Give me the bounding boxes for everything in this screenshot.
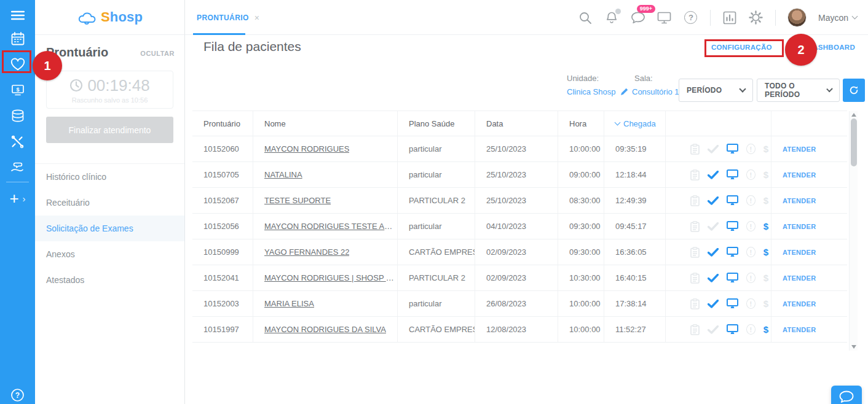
col-header-prontuario[interactable]: Prontuário: [192, 111, 253, 136]
messages-icon[interactable]: 999+: [631, 10, 645, 25]
configuration-link[interactable]: CONFIGURAÇÃO: [711, 44, 772, 51]
refresh-button[interactable]: [843, 79, 865, 102]
edit-pencil-icon[interactable]: [620, 88, 628, 96]
call-screen-icon[interactable]: [727, 221, 738, 231]
tab-prontuario[interactable]: PRONTUÁRIO ×: [193, 0, 263, 35]
confirmed-check-icon[interactable]: [708, 248, 719, 257]
alert-icon[interactable]: !: [746, 221, 756, 231]
attend-button[interactable]: ATENDER: [783, 300, 816, 308]
reports-icon[interactable]: [722, 10, 737, 25]
record-clipboard-icon[interactable]: [690, 144, 700, 155]
user-avatar[interactable]: [787, 8, 807, 27]
alert-icon[interactable]: !: [746, 273, 756, 283]
unit-filter-value[interactable]: Clinica Shosp: [567, 87, 628, 96]
confirmed-check-icon[interactable]: [708, 222, 719, 231]
alert-icon[interactable]: !: [746, 247, 756, 257]
calendar-icon[interactable]: [0, 27, 35, 50]
notifications-icon[interactable]: [604, 10, 619, 25]
payment-dollar-icon[interactable]: $: [763, 221, 768, 231]
call-screen-icon[interactable]: [727, 324, 738, 335]
call-screen-icon[interactable]: [727, 195, 738, 206]
add-button[interactable]: + ›: [0, 187, 35, 210]
alert-icon[interactable]: !: [746, 298, 756, 309]
payment-dollar-icon[interactable]: $: [763, 195, 768, 206]
alert-icon[interactable]: !: [746, 169, 756, 180]
payment-dollar-icon[interactable]: $: [763, 144, 768, 154]
col-header-chegada[interactable]: Chegada: [604, 111, 666, 136]
search-icon[interactable]: [578, 10, 593, 25]
confirmed-check-icon[interactable]: [708, 171, 719, 179]
tools-icon[interactable]: [0, 130, 35, 153]
payment-dollar-icon[interactable]: $: [763, 273, 768, 283]
hand-chat-icon[interactable]: [0, 156, 35, 179]
confirmed-check-icon[interactable]: [708, 196, 719, 205]
tab-close-icon[interactable]: ×: [254, 13, 259, 23]
record-clipboard-icon[interactable]: [690, 195, 700, 206]
period-value-select[interactable]: TODO O PERÍODO: [757, 79, 840, 102]
payment-dollar-icon[interactable]: $: [763, 247, 768, 257]
col-header-plano[interactable]: Plano Saúde: [398, 111, 475, 136]
help-circle-icon[interactable]: ?: [684, 10, 698, 25]
attend-button[interactable]: ATENDER: [783, 197, 816, 204]
alert-icon[interactable]: !: [746, 195, 756, 206]
call-screen-icon[interactable]: [727, 298, 738, 309]
payment-dollar-icon[interactable]: $: [763, 169, 768, 180]
table-scrollbar[interactable]: [849, 111, 858, 351]
col-header-data[interactable]: Data: [475, 111, 558, 136]
attend-button[interactable]: ATENDER: [783, 274, 816, 282]
attend-button[interactable]: ATENDER: [783, 146, 816, 153]
patient-name-link[interactable]: YAGO FERNANDES 22: [264, 247, 349, 257]
payment-dollar-icon[interactable]: $: [763, 324, 768, 335]
user-menu[interactable]: Maycon: [818, 13, 857, 23]
menu-item-1[interactable]: Receituário: [35, 190, 184, 216]
menu-item-0[interactable]: Histórico clínico: [35, 164, 184, 190]
record-clipboard-icon[interactable]: [690, 273, 700, 284]
cashier-icon[interactable]: $: [0, 79, 35, 102]
patient-name-link[interactable]: MAYCON RODRIGUES DA SILVA: [264, 325, 386, 334]
confirmed-check-icon[interactable]: [708, 300, 719, 308]
call-screen-icon[interactable]: [727, 169, 738, 180]
scroll-up-icon[interactable]: [851, 113, 856, 117]
alert-icon[interactable]: !: [746, 324, 756, 335]
attend-button[interactable]: ATENDER: [783, 223, 816, 230]
finish-consultation-button[interactable]: Finalizar atendimento: [46, 117, 173, 143]
patient-name-link[interactable]: MAYCON RODRIGUES TESTE AGUIAS DA ...: [264, 222, 395, 231]
settings-gear-icon[interactable]: [749, 10, 763, 25]
call-screen-icon[interactable]: [727, 247, 738, 257]
attend-button[interactable]: ATENDER: [783, 249, 816, 256]
payment-dollar-icon[interactable]: $: [763, 298, 768, 309]
record-clipboard-icon[interactable]: [690, 298, 700, 309]
app-logo[interactable]: Shosp: [35, 0, 185, 35]
record-clipboard-icon[interactable]: [690, 221, 700, 232]
patient-name-link[interactable]: MARIA ELISA: [264, 299, 314, 308]
hide-panel-link[interactable]: OCULTAR: [140, 50, 175, 57]
confirmed-check-icon[interactable]: [708, 274, 719, 282]
record-clipboard-icon[interactable]: [690, 324, 700, 335]
record-clipboard-icon[interactable]: [690, 247, 700, 258]
record-clipboard-icon[interactable]: [690, 169, 700, 181]
database-icon[interactable]: [0, 104, 35, 128]
help-icon[interactable]: ?: [0, 383, 35, 404]
patient-name-link[interactable]: NATALINA: [264, 170, 302, 179]
menu-icon[interactable]: [0, 4, 35, 27]
call-screen-icon[interactable]: [727, 144, 738, 154]
call-screen-icon[interactable]: [727, 273, 738, 283]
alert-icon[interactable]: !: [746, 144, 756, 154]
patient-name-link[interactable]: TESTE SUPORTE: [264, 196, 331, 205]
confirmed-check-icon[interactable]: [708, 145, 719, 153]
scrollbar-thumb[interactable]: [851, 118, 857, 166]
confirmed-check-icon[interactable]: [708, 325, 719, 334]
menu-item-3[interactable]: Anexos: [35, 241, 184, 267]
menu-item-4[interactable]: Atestados: [35, 267, 184, 293]
period-select[interactable]: PERÍODO: [679, 79, 753, 102]
attend-button[interactable]: ATENDER: [783, 171, 816, 179]
heart-icon[interactable]: [0, 52, 35, 76]
support-chat-button[interactable]: [831, 386, 862, 404]
col-header-hora[interactable]: Hora: [558, 111, 604, 136]
patient-name-link[interactable]: MAYCON RODRIGUES: [264, 144, 349, 153]
attend-button[interactable]: ATENDER: [783, 326, 816, 333]
col-header-nome[interactable]: Nome: [253, 111, 398, 136]
menu-item-2[interactable]: Solicitação de Exames: [35, 216, 184, 241]
scroll-down-icon[interactable]: [851, 345, 856, 349]
patient-name-link[interactable]: MAYCON RODRIGUES | SHOSP TESTE: [264, 273, 395, 282]
